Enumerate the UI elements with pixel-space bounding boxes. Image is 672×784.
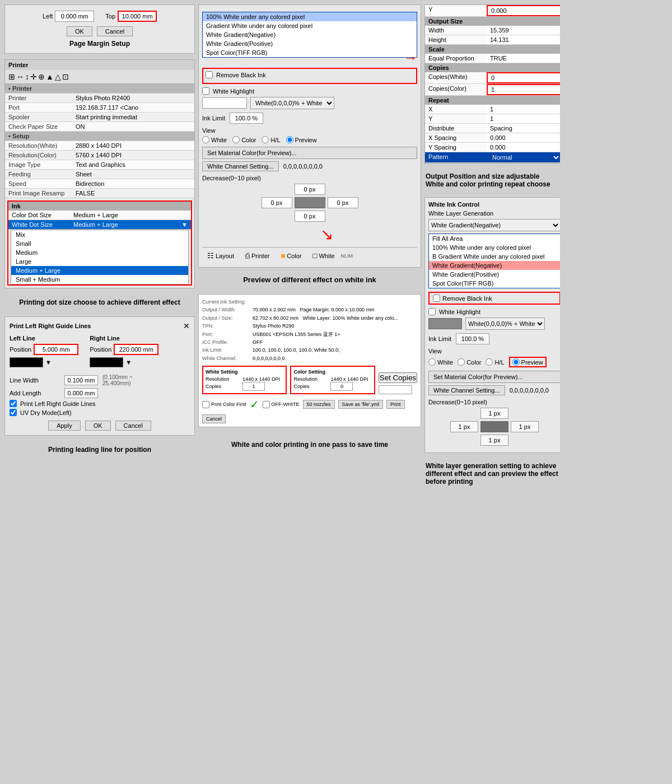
print-button[interactable]: Print: [386, 400, 405, 409]
guide-cancel-button[interactable]: Cancel: [115, 421, 151, 431]
wl-item-2[interactable]: Gradient White under any colored pixel: [203, 21, 417, 30]
wic-view-hl[interactable]: H/L: [486, 358, 504, 366]
dot-option-medium-large[interactable]: Medium + Large: [11, 266, 188, 275]
dot-option-small[interactable]: Small: [11, 239, 188, 248]
apply-button[interactable]: Apply: [48, 421, 81, 431]
nozzles-button[interactable]: 50 nozzles: [303, 400, 335, 409]
wl-item-4[interactable]: White Gradient(Positive): [203, 39, 417, 48]
wic-ink-limit-input[interactable]: [456, 333, 489, 344]
ok-button[interactable]: OK: [67, 26, 92, 36]
print-guide-checkbox[interactable]: [10, 400, 17, 407]
wic-view-white[interactable]: White: [428, 358, 453, 366]
right-swatch-arrow[interactable]: ▼: [125, 359, 132, 366]
y-spacing-val[interactable]: 0.000: [487, 143, 560, 152]
left-input[interactable]: [55, 11, 94, 22]
wic-bottom-input[interactable]: [480, 435, 508, 446]
pattern-select[interactable]: Normal: [490, 153, 560, 161]
dot-option-large[interactable]: Large: [11, 257, 188, 266]
wic-item-negative[interactable]: White Gradient(Negative): [429, 261, 560, 270]
set-copies-button[interactable]: Set Copies: [379, 372, 417, 383]
off-white-label[interactable]: OFF-WHITE: [263, 401, 300, 408]
toolbar-icon-4[interactable]: ✛: [30, 72, 37, 81]
pixel-top-input[interactable]: [295, 184, 325, 195]
dot-option-medium[interactable]: Medium: [11, 248, 188, 257]
wic-item-spot[interactable]: Spot Color(TIFF RGB): [429, 279, 560, 288]
wl-item-1[interactable]: 100% White under any colored pixel: [203, 12, 417, 21]
dot-option-mix[interactable]: Mix: [11, 230, 188, 239]
copies-color-val[interactable]: 1: [487, 84, 560, 95]
y2-val[interactable]: 1: [487, 114, 560, 123]
toolbar-icon-5[interactable]: ⊕: [38, 72, 45, 81]
left-color-swatch[interactable]: [10, 357, 43, 367]
toolbar-icon-1[interactable]: ⊞: [8, 72, 15, 81]
wic-item-positive[interactable]: White Gradient(Positive): [429, 270, 560, 279]
dot-option-small-medium[interactable]: Small + Medium: [11, 275, 188, 284]
copies-field[interactable]: [379, 385, 412, 394]
guide-ok-button[interactable]: OK: [85, 421, 111, 431]
wic-remove-black-label[interactable]: Remove Black Ink: [433, 295, 556, 302]
white-highlight-checkbox[interactable]: [202, 87, 209, 95]
tab-color[interactable]: ■ Color: [276, 250, 306, 262]
white-copies-input[interactable]: [242, 382, 265, 391]
y-value[interactable]: 0.000: [487, 5, 560, 16]
wic-white-highlight-checkbox[interactable]: [428, 308, 436, 315]
add-length-input[interactable]: [64, 388, 98, 398]
height-value[interactable]: 14.131: [487, 35, 560, 44]
print-color-first-checkbox[interactable]: [202, 401, 209, 408]
right-pos-input[interactable]: [114, 344, 158, 355]
top-input[interactable]: [118, 11, 157, 22]
wic-view-color[interactable]: Color: [458, 358, 481, 366]
toolbar-icon-2[interactable]: ↔: [16, 72, 24, 81]
ink-limit-input[interactable]: [230, 113, 263, 124]
toolbar-icon-6[interactable]: ▲: [46, 72, 54, 81]
right-color-swatch[interactable]: [90, 357, 123, 367]
toolbar-icon-7[interactable]: △: [55, 72, 61, 81]
pixel-right-input[interactable]: [328, 197, 358, 208]
view-white-option[interactable]: White: [202, 136, 227, 143]
wic-view-preview[interactable]: Preview: [509, 357, 547, 367]
wic-item-gradient[interactable]: B Gradient White under any colored pixel: [429, 252, 560, 261]
white-channel-button[interactable]: White Channel Setting...: [202, 161, 279, 171]
pixel-bottom-input[interactable]: [295, 211, 325, 222]
view-color-option[interactable]: Color: [232, 136, 256, 143]
view-preview-option[interactable]: Preview: [286, 136, 317, 143]
equal-prop-val[interactable]: TRUE: [487, 54, 560, 63]
save-as-button[interactable]: Save as 'file'.yml: [338, 400, 383, 409]
pixel-left-input[interactable]: [262, 197, 292, 208]
cancel-button[interactable]: Cancel: [97, 26, 133, 36]
copies-white-val[interactable]: 0: [487, 72, 560, 83]
white-dot-row[interactable]: White Dot Size Medium + Large ▼: [8, 220, 191, 230]
toolbar-icon-8[interactable]: ⊡: [62, 72, 69, 81]
view-hl-option[interactable]: H/L: [262, 136, 280, 143]
off-white-checkbox[interactable]: [263, 401, 270, 408]
preview-cancel-button[interactable]: Cancel: [202, 414, 226, 423]
line-width-input[interactable]: [64, 375, 98, 385]
wl-item-3[interactable]: White Gradient(Negative): [203, 30, 417, 39]
wic-right-input[interactable]: [511, 421, 539, 432]
dropdown-arrow-icon[interactable]: ▼: [181, 221, 188, 228]
wic-white-select[interactable]: White(0,0,0,0)% + White: [465, 318, 545, 330]
tab-printer[interactable]: ⎙ Printer: [240, 250, 274, 262]
remove-black-checkbox[interactable]: [206, 71, 213, 78]
x-spacing-val[interactable]: 0.000: [487, 133, 560, 142]
left-swatch-arrow[interactable]: ▼: [45, 359, 52, 366]
wic-channel-button[interactable]: White Channel Setting...: [428, 385, 505, 395]
pattern-row[interactable]: Pattern Normal: [425, 152, 560, 163]
print-color-first-label[interactable]: Print Color First: [202, 401, 246, 408]
wic-dropdown-select[interactable]: White Gradient(Negative): [428, 219, 560, 231]
tab-white[interactable]: □ White: [308, 250, 340, 262]
wic-item-fill[interactable]: Fill All Area: [429, 234, 560, 243]
wic-remove-black-checkbox[interactable]: [433, 295, 440, 302]
tab-layout[interactable]: ☷ Layout: [202, 250, 239, 262]
close-icon[interactable]: ✕: [183, 321, 190, 330]
pattern-val[interactable]: Normal: [487, 152, 560, 162]
color-copies-input[interactable]: [330, 382, 353, 391]
wic-item-100[interactable]: 100% White under any colored pixel: [429, 243, 560, 252]
width-value[interactable]: 15.359: [487, 26, 560, 35]
uv-dry-checkbox[interactable]: [10, 409, 17, 416]
distribute-val[interactable]: Spacing: [487, 124, 560, 133]
x-val[interactable]: 1: [487, 105, 560, 114]
wic-set-material-button[interactable]: Set Material Color(for Preview)...: [428, 371, 560, 383]
wic-top-input[interactable]: [480, 408, 508, 419]
white-select[interactable]: White(0,0,0,0)% + White: [250, 97, 334, 109]
